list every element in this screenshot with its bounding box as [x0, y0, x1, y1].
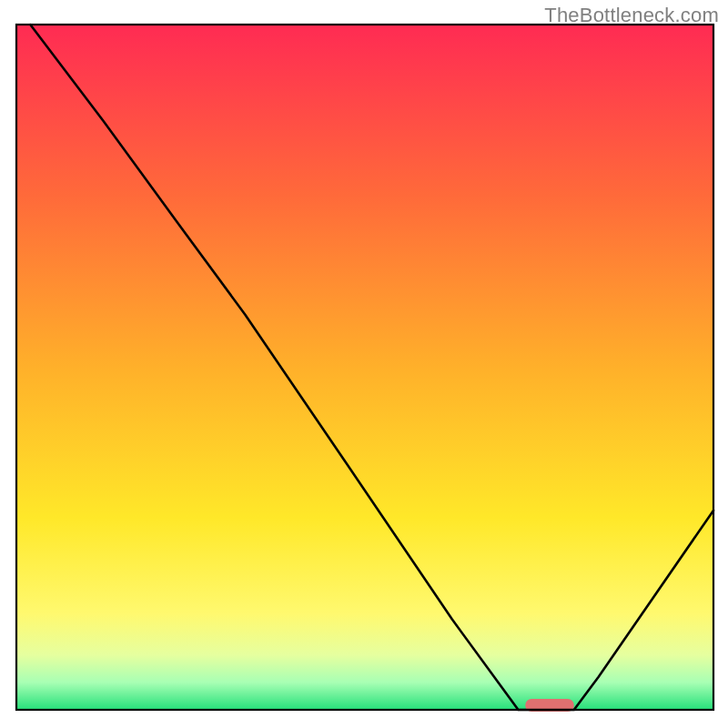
chart-svg [0, 0, 728, 728]
bottleneck-chart: TheBottleneck.com [0, 0, 728, 728]
plot-area [16, 25, 713, 710]
watermark-text: TheBottleneck.com [544, 4, 719, 27]
